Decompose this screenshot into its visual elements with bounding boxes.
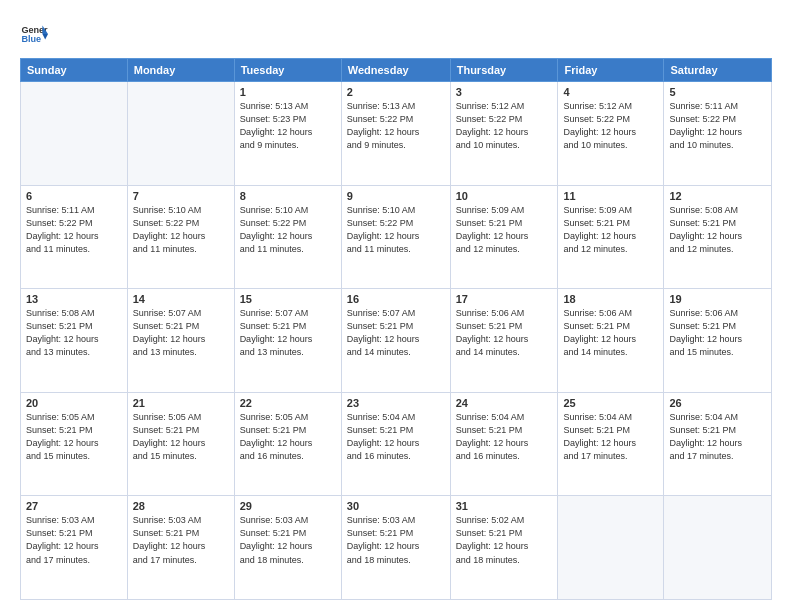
day-number: 23 [347, 397, 445, 409]
day-number: 8 [240, 190, 336, 202]
day-number: 14 [133, 293, 229, 305]
day-number: 13 [26, 293, 122, 305]
day-detail: Sunrise: 5:04 AM Sunset: 5:21 PM Dayligh… [456, 411, 553, 463]
weekday-header-tuesday: Tuesday [234, 59, 341, 82]
calendar-cell: 24Sunrise: 5:04 AM Sunset: 5:21 PM Dayli… [450, 392, 558, 496]
weekday-header-wednesday: Wednesday [341, 59, 450, 82]
calendar-cell: 14Sunrise: 5:07 AM Sunset: 5:21 PM Dayli… [127, 289, 234, 393]
day-detail: Sunrise: 5:03 AM Sunset: 5:21 PM Dayligh… [26, 514, 122, 566]
calendar-table: SundayMondayTuesdayWednesdayThursdayFrid… [20, 58, 772, 600]
day-detail: Sunrise: 5:09 AM Sunset: 5:21 PM Dayligh… [456, 204, 553, 256]
calendar-cell: 21Sunrise: 5:05 AM Sunset: 5:21 PM Dayli… [127, 392, 234, 496]
calendar-week-row: 27Sunrise: 5:03 AM Sunset: 5:21 PM Dayli… [21, 496, 772, 600]
day-detail: Sunrise: 5:05 AM Sunset: 5:21 PM Dayligh… [26, 411, 122, 463]
day-number: 9 [347, 190, 445, 202]
day-number: 26 [669, 397, 766, 409]
day-detail: Sunrise: 5:11 AM Sunset: 5:22 PM Dayligh… [26, 204, 122, 256]
day-detail: Sunrise: 5:10 AM Sunset: 5:22 PM Dayligh… [133, 204, 229, 256]
calendar-week-row: 1Sunrise: 5:13 AM Sunset: 5:23 PM Daylig… [21, 82, 772, 186]
calendar-week-row: 6Sunrise: 5:11 AM Sunset: 5:22 PM Daylig… [21, 185, 772, 289]
weekday-header-sunday: Sunday [21, 59, 128, 82]
day-detail: Sunrise: 5:07 AM Sunset: 5:21 PM Dayligh… [133, 307, 229, 359]
weekday-header-monday: Monday [127, 59, 234, 82]
day-number: 10 [456, 190, 553, 202]
calendar-cell: 5Sunrise: 5:11 AM Sunset: 5:22 PM Daylig… [664, 82, 772, 186]
day-number: 12 [669, 190, 766, 202]
calendar-cell [21, 82, 128, 186]
day-number: 27 [26, 500, 122, 512]
day-detail: Sunrise: 5:04 AM Sunset: 5:21 PM Dayligh… [669, 411, 766, 463]
day-detail: Sunrise: 5:05 AM Sunset: 5:21 PM Dayligh… [133, 411, 229, 463]
calendar-cell: 27Sunrise: 5:03 AM Sunset: 5:21 PM Dayli… [21, 496, 128, 600]
calendar-cell: 29Sunrise: 5:03 AM Sunset: 5:21 PM Dayli… [234, 496, 341, 600]
page: General Blue SundayMondayTuesdayWednesda… [0, 0, 792, 612]
calendar-cell: 16Sunrise: 5:07 AM Sunset: 5:21 PM Dayli… [341, 289, 450, 393]
weekday-header-friday: Friday [558, 59, 664, 82]
day-detail: Sunrise: 5:07 AM Sunset: 5:21 PM Dayligh… [347, 307, 445, 359]
calendar-cell: 15Sunrise: 5:07 AM Sunset: 5:21 PM Dayli… [234, 289, 341, 393]
day-detail: Sunrise: 5:04 AM Sunset: 5:21 PM Dayligh… [563, 411, 658, 463]
day-number: 31 [456, 500, 553, 512]
day-detail: Sunrise: 5:13 AM Sunset: 5:22 PM Dayligh… [347, 100, 445, 152]
calendar-cell: 13Sunrise: 5:08 AM Sunset: 5:21 PM Dayli… [21, 289, 128, 393]
day-number: 22 [240, 397, 336, 409]
calendar-cell: 8Sunrise: 5:10 AM Sunset: 5:22 PM Daylig… [234, 185, 341, 289]
day-number: 21 [133, 397, 229, 409]
calendar-cell: 2Sunrise: 5:13 AM Sunset: 5:22 PM Daylig… [341, 82, 450, 186]
day-number: 18 [563, 293, 658, 305]
day-number: 20 [26, 397, 122, 409]
day-detail: Sunrise: 5:10 AM Sunset: 5:22 PM Dayligh… [347, 204, 445, 256]
weekday-header-saturday: Saturday [664, 59, 772, 82]
calendar-cell: 3Sunrise: 5:12 AM Sunset: 5:22 PM Daylig… [450, 82, 558, 186]
day-number: 16 [347, 293, 445, 305]
weekday-header-row: SundayMondayTuesdayWednesdayThursdayFrid… [21, 59, 772, 82]
calendar-cell: 4Sunrise: 5:12 AM Sunset: 5:22 PM Daylig… [558, 82, 664, 186]
day-number: 3 [456, 86, 553, 98]
day-detail: Sunrise: 5:04 AM Sunset: 5:21 PM Dayligh… [347, 411, 445, 463]
day-detail: Sunrise: 5:08 AM Sunset: 5:21 PM Dayligh… [669, 204, 766, 256]
day-detail: Sunrise: 5:11 AM Sunset: 5:22 PM Dayligh… [669, 100, 766, 152]
day-number: 28 [133, 500, 229, 512]
calendar-cell: 7Sunrise: 5:10 AM Sunset: 5:22 PM Daylig… [127, 185, 234, 289]
weekday-header-thursday: Thursday [450, 59, 558, 82]
day-number: 2 [347, 86, 445, 98]
day-number: 29 [240, 500, 336, 512]
calendar-cell: 31Sunrise: 5:02 AM Sunset: 5:21 PM Dayli… [450, 496, 558, 600]
calendar-cell: 30Sunrise: 5:03 AM Sunset: 5:21 PM Dayli… [341, 496, 450, 600]
day-detail: Sunrise: 5:03 AM Sunset: 5:21 PM Dayligh… [347, 514, 445, 566]
logo-icon: General Blue [20, 20, 48, 48]
day-detail: Sunrise: 5:12 AM Sunset: 5:22 PM Dayligh… [456, 100, 553, 152]
calendar-cell: 12Sunrise: 5:08 AM Sunset: 5:21 PM Dayli… [664, 185, 772, 289]
calendar-week-row: 20Sunrise: 5:05 AM Sunset: 5:21 PM Dayli… [21, 392, 772, 496]
calendar-cell [664, 496, 772, 600]
calendar-cell: 1Sunrise: 5:13 AM Sunset: 5:23 PM Daylig… [234, 82, 341, 186]
calendar-cell: 23Sunrise: 5:04 AM Sunset: 5:21 PM Dayli… [341, 392, 450, 496]
day-detail: Sunrise: 5:12 AM Sunset: 5:22 PM Dayligh… [563, 100, 658, 152]
day-number: 25 [563, 397, 658, 409]
svg-text:Blue: Blue [21, 34, 41, 44]
calendar-week-row: 13Sunrise: 5:08 AM Sunset: 5:21 PM Dayli… [21, 289, 772, 393]
day-number: 15 [240, 293, 336, 305]
calendar-cell: 25Sunrise: 5:04 AM Sunset: 5:21 PM Dayli… [558, 392, 664, 496]
day-detail: Sunrise: 5:02 AM Sunset: 5:21 PM Dayligh… [456, 514, 553, 566]
day-number: 4 [563, 86, 658, 98]
calendar-cell: 28Sunrise: 5:03 AM Sunset: 5:21 PM Dayli… [127, 496, 234, 600]
day-detail: Sunrise: 5:08 AM Sunset: 5:21 PM Dayligh… [26, 307, 122, 359]
calendar-cell: 17Sunrise: 5:06 AM Sunset: 5:21 PM Dayli… [450, 289, 558, 393]
day-number: 30 [347, 500, 445, 512]
logo-area: General Blue [20, 20, 52, 48]
day-number: 5 [669, 86, 766, 98]
svg-marker-3 [42, 34, 48, 40]
calendar-cell: 19Sunrise: 5:06 AM Sunset: 5:21 PM Dayli… [664, 289, 772, 393]
day-detail: Sunrise: 5:06 AM Sunset: 5:21 PM Dayligh… [563, 307, 658, 359]
calendar-cell [127, 82, 234, 186]
day-detail: Sunrise: 5:09 AM Sunset: 5:21 PM Dayligh… [563, 204, 658, 256]
day-detail: Sunrise: 5:10 AM Sunset: 5:22 PM Dayligh… [240, 204, 336, 256]
calendar-cell: 11Sunrise: 5:09 AM Sunset: 5:21 PM Dayli… [558, 185, 664, 289]
day-detail: Sunrise: 5:03 AM Sunset: 5:21 PM Dayligh… [240, 514, 336, 566]
day-number: 6 [26, 190, 122, 202]
calendar-cell: 22Sunrise: 5:05 AM Sunset: 5:21 PM Dayli… [234, 392, 341, 496]
day-number: 19 [669, 293, 766, 305]
day-number: 11 [563, 190, 658, 202]
day-detail: Sunrise: 5:06 AM Sunset: 5:21 PM Dayligh… [456, 307, 553, 359]
